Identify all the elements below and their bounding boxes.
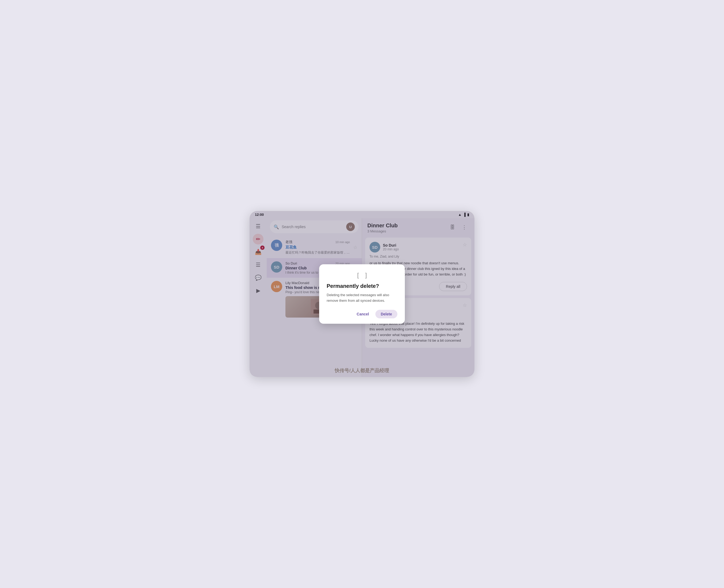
dialog-actions: Cancel Delete	[327, 310, 397, 318]
device-frame: 12:00 ▲ ▐ ▮ ☰ ✏ 📥 4 ☰ 💬	[250, 211, 474, 377]
cancel-button[interactable]: Cancel	[354, 310, 372, 318]
dialog-bracket-right-icon: ]	[365, 272, 367, 279]
dialog-icon-row: [ ]	[327, 272, 397, 279]
dialog-title: Permanently delete?	[327, 283, 397, 289]
dialog-bracket-left-icon: [	[357, 272, 359, 279]
dialog-body: Deleting the selected messages will also…	[327, 292, 397, 303]
delete-button[interactable]: Delete	[376, 310, 397, 318]
delete-dialog: [ ] Permanently delete? Deleting the sel…	[319, 264, 405, 324]
dialog-overlay: [ ] Permanently delete? Deleting the sel…	[250, 211, 474, 377]
